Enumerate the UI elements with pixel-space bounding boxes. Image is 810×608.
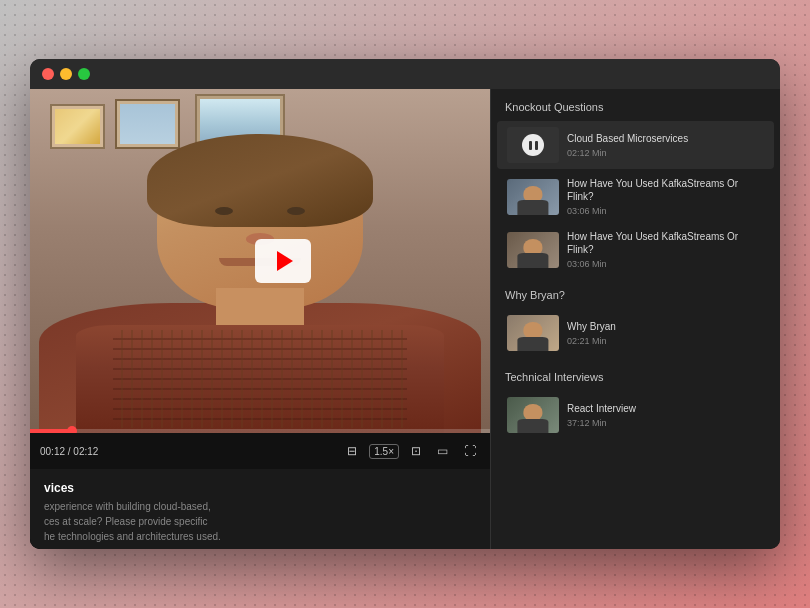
section-header-technical: Technical Interviews — [491, 359, 780, 389]
description-title: vices — [44, 481, 476, 495]
thumb-body-2 — [517, 200, 548, 214]
desc-line-3: he technologies and architectures used. — [44, 529, 476, 544]
shirt — [76, 325, 444, 433]
play-icon — [277, 251, 293, 271]
item-info-3: How Have You Used KafkaStreams Or Flink?… — [567, 230, 764, 269]
speed-control[interactable]: 1.5× — [369, 444, 399, 459]
item-duration-1: 02:12 Min — [567, 148, 764, 158]
app-window: 00:12 / 02:12 ⊟ 1.5× ⊡ ▭ ⛶ vices experie… — [30, 59, 780, 549]
thumbnail-1 — [507, 127, 559, 163]
playlist-item-4[interactable]: Why Bryan 02:21 Min — [497, 309, 774, 357]
subtitles-icon[interactable]: ⊟ — [343, 442, 361, 460]
playlist-item-3[interactable]: How Have You Used KafkaStreams Or Flink?… — [497, 224, 774, 275]
thumb-body-4 — [517, 337, 548, 351]
item-info-5: React Interview 37:12 Min — [567, 402, 764, 428]
progress-bar[interactable] — [30, 429, 490, 433]
item-title-3: How Have You Used KafkaStreams Or Flink? — [567, 230, 764, 256]
playlist-item-2[interactable]: How Have You Used KafkaStreams Or Flink?… — [497, 171, 774, 222]
item-title-1: Cloud Based Microservices — [567, 132, 764, 145]
eyes — [188, 207, 332, 215]
item-duration-2: 03:06 Min — [567, 206, 764, 216]
miniplayer-icon[interactable]: ⊡ — [407, 442, 425, 460]
progress-fill — [30, 429, 73, 433]
right-eye — [287, 207, 304, 215]
progress-scrubber[interactable] — [67, 426, 77, 433]
item-info-1: Cloud Based Microservices 02:12 Min — [567, 132, 764, 158]
item-title-2: How Have You Used KafkaStreams Or Flink? — [567, 177, 764, 203]
thumb-person-3 — [517, 239, 548, 268]
item-info-2: How Have You Used KafkaStreams Or Flink?… — [567, 177, 764, 216]
thumbnail-3 — [507, 232, 559, 268]
theater-icon[interactable]: ▭ — [433, 442, 452, 460]
playlist-item-5[interactable]: React Interview 37:12 Min — [497, 391, 774, 439]
play-button[interactable] — [255, 239, 311, 283]
minimize-button[interactable] — [60, 68, 72, 80]
playlist-item-1[interactable]: Cloud Based Microservices 02:12 Min — [497, 121, 774, 169]
video-panel: 00:12 / 02:12 ⊟ 1.5× ⊡ ▭ ⛶ vices experie… — [30, 89, 490, 549]
thumb-body-5 — [517, 419, 548, 433]
controls-bar: 00:12 / 02:12 ⊟ 1.5× ⊡ ▭ ⛶ — [30, 433, 490, 469]
main-content: 00:12 / 02:12 ⊟ 1.5× ⊡ ▭ ⛶ vices experie… — [30, 89, 780, 549]
video-area[interactable] — [30, 89, 490, 433]
close-button[interactable] — [42, 68, 54, 80]
item-duration-3: 03:06 Min — [567, 259, 764, 269]
maximize-button[interactable] — [78, 68, 90, 80]
time-display: 00:12 / 02:12 — [40, 446, 98, 457]
video-frame — [30, 89, 490, 433]
section-header-knockout: Knockout Questions — [491, 89, 780, 119]
description-area: vices experience with building cloud-bas… — [30, 469, 490, 549]
thumbnail-5 — [507, 397, 559, 433]
pause-bar-left — [529, 141, 532, 150]
pause-button[interactable] — [522, 134, 544, 156]
item-title-5: React Interview — [567, 402, 764, 415]
desc-line-2: ces at scale? Please provide specific — [44, 514, 476, 529]
head — [157, 139, 363, 309]
item-info-4: Why Bryan 02:21 Min — [567, 320, 764, 346]
description-text: experience with building cloud-based, ce… — [44, 499, 476, 544]
pause-bar-right — [535, 141, 538, 150]
titlebar — [30, 59, 780, 89]
thumb-body-3 — [517, 253, 548, 267]
thumbnail-4 — [507, 315, 559, 351]
item-duration-4: 02:21 Min — [567, 336, 764, 346]
fullscreen-icon[interactable]: ⛶ — [460, 442, 480, 460]
thumb-person-4 — [517, 322, 548, 351]
thumbnail-2 — [507, 179, 559, 215]
thumb-person-5 — [517, 404, 548, 433]
desc-line-1: experience with building cloud-based, — [44, 499, 476, 514]
left-eye — [215, 207, 232, 215]
item-title-4: Why Bryan — [567, 320, 764, 333]
thumb-person-2 — [517, 186, 548, 215]
item-duration-5: 37:12 Min — [567, 418, 764, 428]
section-header-why-bryan: Why Bryan? — [491, 277, 780, 307]
sidebar: Knockout Questions Cloud Based Microserv… — [490, 89, 780, 549]
